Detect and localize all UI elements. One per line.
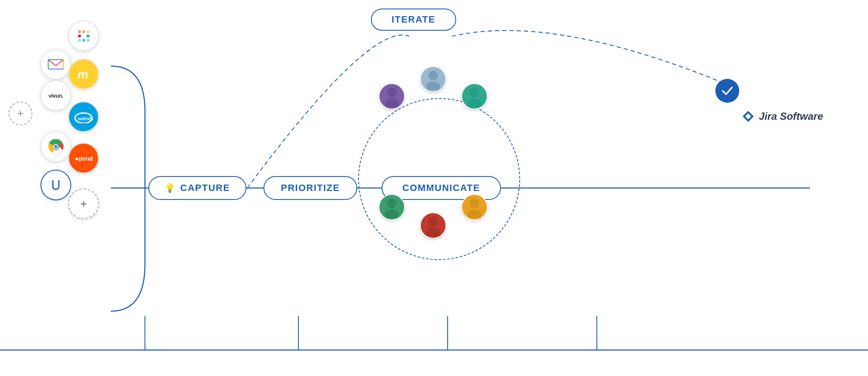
svg-rect-9 xyxy=(87,30,90,33)
svg-rect-7 xyxy=(78,30,81,33)
pendo-icon[interactable]: ●pendo xyxy=(68,143,99,174)
avatar-top-left xyxy=(379,83,405,110)
capture-button[interactable]: 💡 CAPTURE xyxy=(148,176,246,200)
svg-point-25 xyxy=(387,88,396,97)
svg-point-27 xyxy=(470,88,479,97)
avatar-top xyxy=(420,66,446,93)
svg-rect-11 xyxy=(87,39,90,42)
add-integration-bottom-icon[interactable]: + xyxy=(68,188,99,219)
salesforce-icon[interactable]: salesforce xyxy=(68,101,99,132)
jira-diamond-icon xyxy=(742,110,755,123)
svg-point-26 xyxy=(385,98,399,107)
add-integration-top-icon[interactable]: + xyxy=(9,101,32,125)
svg-rect-13 xyxy=(78,39,81,42)
svg-text:salesforce: salesforce xyxy=(78,116,93,121)
svg-point-23 xyxy=(428,71,438,80)
prioritize-button[interactable]: PRIORITIZE xyxy=(263,176,357,200)
avatar-bottom-left xyxy=(379,194,405,220)
svg-rect-12 xyxy=(82,39,85,42)
jira-software-logo: Jira Software xyxy=(742,110,823,123)
svg-point-33 xyxy=(470,199,479,208)
svg-text:●pendo: ●pendo xyxy=(75,155,93,162)
iterate-button[interactable]: ITERATE xyxy=(371,9,456,31)
avatar-bottom-right xyxy=(461,194,488,220)
u-app-icon[interactable] xyxy=(41,170,71,200)
avatar-bottom-center xyxy=(420,212,446,239)
slack-icon[interactable] xyxy=(68,20,99,51)
svg-rect-8 xyxy=(82,30,85,33)
avatar-top-right xyxy=(461,83,488,110)
svg-rect-10 xyxy=(87,35,90,38)
miro-icon[interactable]: m xyxy=(68,59,99,90)
svg-point-24 xyxy=(426,81,440,90)
canvas: m vivun. + salesforce ●pendo xyxy=(0,0,868,376)
capture-label: CAPTURE xyxy=(180,182,230,194)
svg-point-28 xyxy=(468,98,481,107)
iterate-label: ITERATE xyxy=(392,14,436,25)
jira-check-icon xyxy=(715,79,739,103)
svg-rect-6 xyxy=(78,35,81,38)
vivun-icon[interactable]: vivun. xyxy=(41,80,71,111)
jira-label: Jira Software xyxy=(759,110,823,122)
gmail-icon[interactable] xyxy=(41,49,71,80)
svg-point-29 xyxy=(387,199,396,208)
plus-symbol: + xyxy=(17,107,23,119)
svg-point-32 xyxy=(426,228,440,236)
svg-point-30 xyxy=(385,209,399,218)
svg-point-31 xyxy=(428,217,438,226)
svg-point-34 xyxy=(468,209,481,218)
svg-text:m: m xyxy=(78,68,88,81)
chrome-icon[interactable] xyxy=(41,131,71,162)
prioritize-label: PRIORITIZE xyxy=(281,182,340,194)
svg-point-21 xyxy=(54,145,58,148)
capture-icon: 💡 xyxy=(165,183,176,193)
